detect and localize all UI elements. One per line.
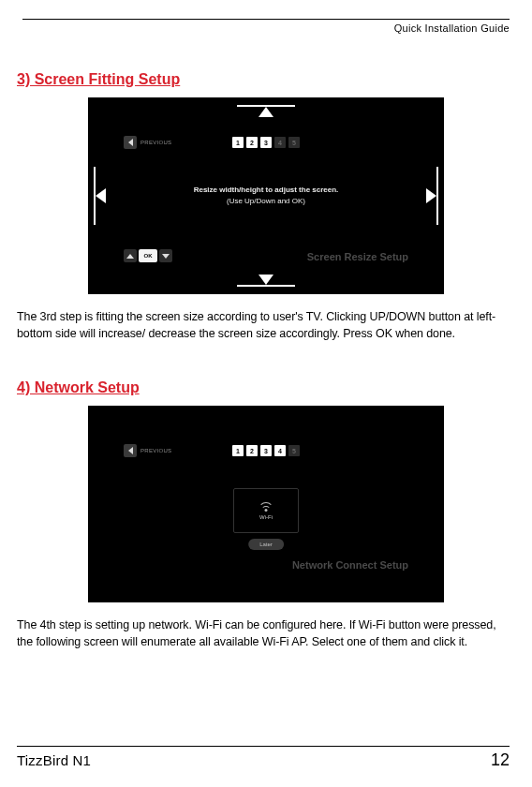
- network-connect-label: Network Connect Setup: [292, 559, 408, 571]
- previous-button[interactable]: [124, 136, 137, 149]
- step-4: 4: [274, 445, 286, 456]
- down-button-icon[interactable]: [159, 249, 172, 262]
- step-indicator: 1 2 3 4 5: [232, 137, 300, 148]
- ok-button[interactable]: OK: [139, 249, 157, 262]
- arrow-down-icon: [259, 275, 273, 285]
- wifi-button[interactable]: Wi-Fi: [233, 488, 299, 533]
- arrow-up-icon: [259, 107, 273, 117]
- previous-label: PREVIOUS: [140, 448, 171, 453]
- section3-body: The 3rd step is fitting the screen size …: [17, 309, 515, 342]
- later-button[interactable]: Later: [248, 539, 284, 550]
- previous-button[interactable]: [124, 444, 137, 457]
- previous-label: PREVIOUS: [140, 140, 171, 145]
- wifi-label: Wi-Fi: [259, 514, 273, 520]
- step-1: 1: [232, 445, 244, 456]
- step-2: 2: [246, 137, 258, 148]
- step-5: 5: [288, 137, 300, 148]
- section3-title: 3) Screen Fitting Setup: [17, 71, 515, 88]
- network-setup-screenshot: PREVIOUS 1 2 3 4 5 Wi-Fi Later Network C…: [88, 406, 444, 602]
- step-indicator: 1 2 3 4 5: [232, 445, 300, 456]
- step-2: 2: [246, 445, 258, 456]
- step-1: 1: [232, 137, 244, 148]
- wifi-icon: [259, 502, 273, 512]
- step-4: 4: [274, 137, 286, 148]
- section4-title: 4) Network Setup: [17, 379, 515, 396]
- ok-control-group[interactable]: OK: [124, 249, 172, 262]
- arrow-left-icon: [96, 188, 106, 203]
- up-button-icon[interactable]: [124, 249, 137, 262]
- page-number: 12: [491, 750, 510, 770]
- step-5: 5: [288, 445, 300, 456]
- footer-brand: TizzBird N1: [17, 752, 91, 768]
- step-3: 3: [260, 137, 272, 148]
- header-guide-label: Quick Installation Guide: [22, 22, 510, 34]
- step-3: 3: [260, 445, 272, 456]
- section4-body: The 4th step is setting up network. Wi-F…: [17, 617, 515, 650]
- screen-fitting-screenshot: PREVIOUS 1 2 3 4 5 Resize width/height t…: [88, 97, 444, 294]
- screen-resize-label: Screen Resize Setup: [307, 251, 408, 262]
- arrow-right-icon: [426, 188, 436, 203]
- resize-instruction: Resize width/height to adjust the screen…: [194, 185, 339, 207]
